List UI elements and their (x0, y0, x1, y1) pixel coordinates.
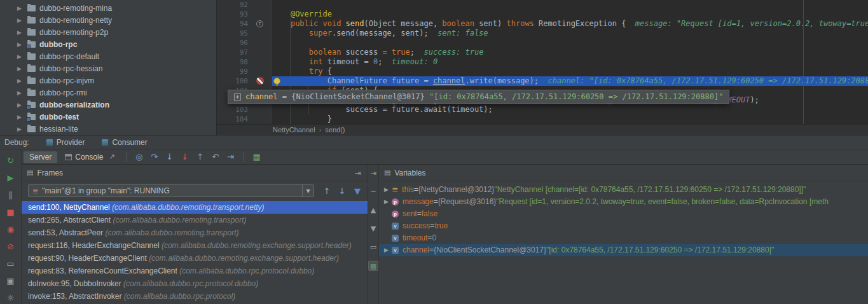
code-lines[interactable]: @Override public void send(Object messag… (272, 0, 868, 124)
next-frame-icon[interactable]: ↓ (337, 186, 347, 196)
frame-row[interactable]: send:53, AbstractPeer (com.alibaba.dubbo… (22, 226, 368, 239)
code-token: timeout: 0 (382, 57, 437, 66)
drop-frame-icon[interactable]: ↶ (208, 152, 223, 162)
variable-reference: {NioClientSocketChannel@3017} (434, 244, 546, 256)
current-execution-line[interactable]: ChannelFuture future = channel.write(mes… (272, 76, 868, 86)
session-tab-consumer[interactable]: Consumer (101, 138, 147, 147)
tree-item[interactable]: ▶hessian-lite (0, 123, 216, 135)
evaluate-grid-icon[interactable]: ▦ (368, 261, 378, 271)
settings-icon[interactable]: ☼ (0, 289, 21, 304)
step-over-icon[interactable]: ↷ (147, 152, 162, 162)
breakpoint-icon[interactable] (256, 77, 264, 85)
expand-arrow-icon[interactable]: ▶ (17, 29, 25, 36)
code-line[interactable]: super.send(message, sent); sent: false (272, 29, 868, 38)
expand-arrow-icon[interactable]: ▶ (17, 102, 25, 108)
code-token: (Object message, (364, 19, 443, 28)
pause-icon[interactable]: ‖ (0, 186, 21, 204)
frame-row[interactable]: request:116, HeaderExchangeChannel (com.… (22, 239, 368, 252)
step-into-icon[interactable]: ↓ (162, 152, 177, 162)
variable-equals: = (427, 232, 432, 244)
chevron-down-icon[interactable]: ▼ (302, 185, 313, 197)
code-line[interactable]: boolean success = true; success: true (272, 48, 868, 57)
expand-arrow-icon[interactable]: ▶ (17, 90, 25, 96)
tree-item[interactable]: ▶dubbo-remoting-mina (0, 2, 216, 14)
scroll-down-icon[interactable]: ▼ (368, 224, 378, 234)
code-token: ); (750, 95, 759, 104)
mute-breakpoints-icon[interactable]: ⊘ (0, 238, 21, 255)
rerun-icon[interactable]: ↻ (0, 152, 21, 169)
expand-arrow-icon[interactable]: ▶ (17, 53, 25, 60)
previous-frame-icon[interactable]: ↑ (322, 186, 332, 196)
expand-arrow-icon[interactable]: ▶ (17, 66, 25, 72)
tree-item[interactable]: ▶dubbo-remoting-p2p (0, 26, 216, 38)
expand-arrow-icon[interactable]: ▶ (384, 184, 392, 196)
code-editor[interactable]: 929394↑9596979899100101102103104 @Overri… (217, 0, 868, 124)
variable-row[interactable]: ▶pmessage = {Request@3016} "Request [id=… (379, 196, 868, 208)
expand-arrow-icon[interactable]: ▶ (17, 5, 25, 11)
resume-icon[interactable]: ▶ (0, 169, 21, 186)
expand-arrow-icon[interactable]: ▶ (17, 126, 25, 132)
code-line[interactable] (272, 38, 868, 48)
variable-row[interactable]: vsuccess = true (379, 220, 868, 232)
frame-row[interactable]: invoke:153, AbstractInvoker (com.alibaba… (22, 290, 368, 303)
pin-panel-icon[interactable]: ⇥ (368, 169, 378, 179)
code-token: ChannelFuture future = (272, 76, 433, 85)
variable-row[interactable]: ▶≡this = {NettyChannel@3012} "NettyChann… (379, 184, 868, 196)
tree-item[interactable]: ▶dubbo-rpc (0, 38, 216, 50)
tree-item[interactable]: ▶dubbo-remoting-netty (0, 14, 216, 26)
view-as-table-icon[interactable]: ▦ (249, 152, 265, 162)
stop-icon[interactable]: ■ (0, 204, 21, 221)
breadcrumb-class[interactable]: NettyChannel (273, 126, 315, 134)
frames-pin-icon[interactable]: ⇥ (355, 169, 361, 177)
expand-value-icon[interactable]: + (234, 93, 241, 100)
tree-item-label: dubbo-serialization (39, 100, 109, 109)
force-step-into-icon[interactable]: ↓ (177, 152, 193, 162)
tab-console[interactable]: Console ↗ (59, 151, 120, 163)
variable-row[interactable]: psent = false (379, 208, 868, 220)
tree-item[interactable]: ▶dubbo-serialization (0, 99, 216, 111)
override-marker-icon[interactable]: ↑ (256, 20, 263, 27)
screen-icon[interactable]: ▭ (0, 255, 21, 272)
session-tab-provider[interactable]: Provider (46, 138, 85, 147)
intention-bulb-icon[interactable] (273, 78, 280, 85)
expand-arrow-icon[interactable]: ▶ (17, 114, 25, 120)
expand-arrow-icon[interactable]: ▶ (17, 41, 25, 48)
tree-item[interactable]: ▶dubbo-rpc-rmi (0, 86, 216, 99)
code-line[interactable]: } (272, 114, 868, 124)
tab-server[interactable]: Server (24, 151, 57, 163)
tree-item[interactable]: ▶dubbo-test (0, 111, 216, 123)
variable-row[interactable]: vtimeout = 0 (379, 232, 868, 244)
frame-row[interactable]: send:265, AbstractClient (com.alibaba.du… (22, 214, 368, 226)
variable-row[interactable]: ▶vchannel = {NioClientSocketChannel@3017… (379, 244, 868, 256)
expand-arrow-icon[interactable]: ▶ (384, 196, 392, 208)
frame-row[interactable]: doInvoke:95, DubboInvoker (com.alibaba.d… (22, 277, 368, 290)
filter-frames-icon[interactable]: ▼ (352, 186, 362, 196)
code-line[interactable]: public void send(Object message, boolean… (272, 19, 868, 29)
code-line[interactable]: int timeout = 0; timeout: 0 (272, 57, 868, 67)
thread-selector[interactable]: ≣ "main"@1 in group "main": RUNNING ▼ (28, 184, 314, 197)
expand-arrow-icon[interactable]: ▶ (17, 78, 25, 84)
external-window-icon[interactable]: ↗ (109, 153, 114, 161)
scroll-up-icon[interactable]: ▲ (368, 205, 378, 216)
code-line[interactable]: success = future.await(timeout); (272, 105, 868, 114)
line-number: 94 (217, 19, 254, 29)
run-to-cursor-icon[interactable]: ⇥ (223, 152, 238, 162)
code-line[interactable] (272, 0, 868, 10)
tree-item[interactable]: ▶dubbo-rpc-injvm (0, 74, 216, 86)
expand-arrow-icon[interactable]: ▶ (17, 17, 25, 24)
tree-item[interactable]: ▶dubbo-rpc-default (0, 50, 216, 62)
frame-row[interactable]: send:100, NettyChannel (com.alibaba.dubb… (22, 201, 368, 214)
expand-arrow-icon[interactable]: ▶ (384, 244, 392, 256)
frame-row[interactable]: request:83, ReferenceCountExchangeClient… (22, 265, 368, 277)
step-out-icon[interactable]: ↑ (193, 152, 208, 162)
view-breakpoints-icon[interactable]: ◉ (0, 221, 21, 238)
breadcrumb-method[interactable]: send() (325, 126, 345, 134)
collapse-icon[interactable]: − (368, 187, 378, 197)
code-line[interactable]: @Override (272, 10, 868, 19)
show-execution-point-icon[interactable]: ◎ (132, 152, 147, 162)
copy-frame-icon[interactable]: ▭ (368, 242, 378, 252)
frame-row[interactable]: request:90, HeaderExchangeClient (com.al… (22, 252, 368, 265)
restore-layout-icon[interactable]: ▣ (0, 272, 21, 289)
tree-item[interactable]: ▶dubbo-rpc-hessian (0, 62, 216, 74)
code-line[interactable]: try { (272, 67, 868, 76)
